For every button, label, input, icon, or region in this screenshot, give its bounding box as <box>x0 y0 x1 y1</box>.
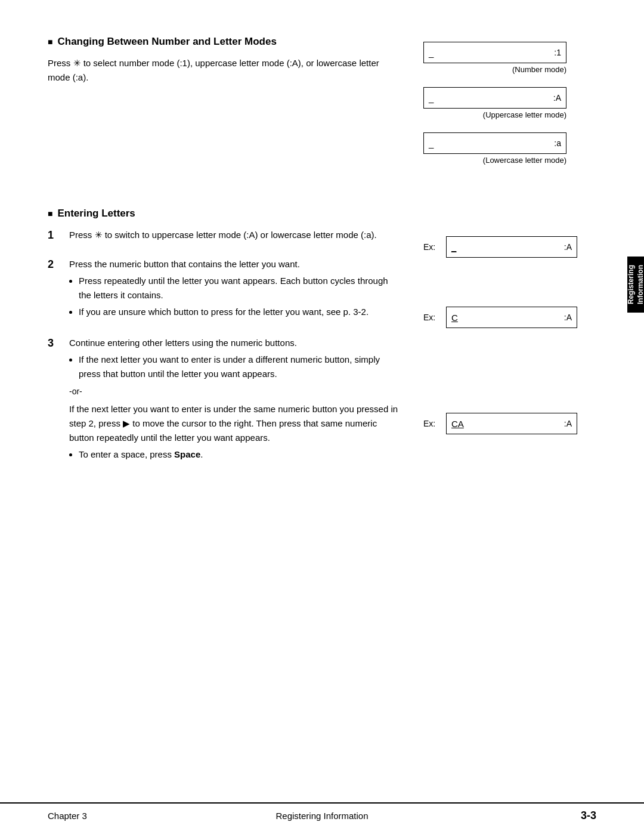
lcd-cursor-1: _ <box>429 48 434 58</box>
footer-page: 3-3 <box>459 810 596 822</box>
spacer-3 <box>423 341 596 413</box>
step-3-text: Continue entering other letters using th… <box>69 336 400 350</box>
ex-1-label: Ex: <box>423 242 440 252</box>
step-3-bullets: If the next letter you want to enter is … <box>79 353 400 381</box>
step-3-bullet-1: If the next letter you want to enter is … <box>79 353 400 381</box>
ex-1-entry: _ <box>451 242 456 252</box>
ex-1-indicator: :A <box>564 242 572 252</box>
step-1: 1 Press ✳ to switch to uppercase letter … <box>48 228 400 243</box>
step-3-or: -or- <box>69 385 400 398</box>
right-column-modes: _ :1 (Number mode) _ :A (Uppercase lette… <box>423 36 596 178</box>
steps-left-column: Entering Letters 1 Press ✳ to switch to … <box>48 208 400 478</box>
step-1-text: Press ✳ to switch to uppercase letter mo… <box>69 228 400 242</box>
ex-3-label: Ex: <box>423 419 440 428</box>
lcd-indicator-1: :1 <box>554 48 561 57</box>
step-2-text: Press the numeric button that contains t… <box>69 257 400 271</box>
intro-text: Press ✳ to select number mode (:1), uppe… <box>48 56 400 85</box>
lcd-indicator-2: :A <box>553 93 561 103</box>
entering-letters-section: Entering Letters 1 Press ✳ to switch to … <box>48 208 596 478</box>
lcd-lowercase-mode: _ :a <box>423 132 566 154</box>
step-3-content: Continue entering other letters using th… <box>69 336 400 464</box>
step-3-bullet-space: To enter a space, press Space. <box>79 447 400 462</box>
side-tab-line2: Information <box>636 265 644 304</box>
top-section: Changing Between Number and Letter Modes… <box>48 36 596 178</box>
footer-title: Registering Information <box>185 811 459 821</box>
step-3-or-text: If the next letter you want to enter is … <box>69 402 400 445</box>
step-3-number: 3 <box>48 336 62 464</box>
caption-lowercase-mode: (Lowercase letter mode) <box>423 156 566 165</box>
space-label: Space <box>174 449 200 459</box>
section-title-letters: Entering Letters <box>48 208 400 220</box>
step-1-content: Press ✳ to switch to uppercase letter mo… <box>69 228 400 243</box>
step-2-bullet-1: Press repeatedly until the letter you wa… <box>79 274 400 302</box>
ex-3-indicator: :A <box>564 419 572 428</box>
ex-2-group: Ex: C :A <box>423 307 596 328</box>
step-1-number: 1 <box>48 228 62 243</box>
display-number-mode: _ :1 (Number mode) <box>423 42 596 74</box>
ex-3-group: Ex: CA :A <box>423 413 596 434</box>
step-2: 2 Press the numeric button that contains… <box>48 257 400 322</box>
lcd-number-mode: _ :1 <box>423 42 566 63</box>
ex-2-entry: C <box>451 313 458 323</box>
side-tab-line1: Registering <box>627 265 635 304</box>
side-tab: Registering Information <box>627 257 644 313</box>
ex-1-lcd: _ :A <box>446 236 577 258</box>
page: Changing Between Number and Letter Modes… <box>0 0 644 828</box>
step-3: 3 Continue entering other letters using … <box>48 336 400 464</box>
lcd-uppercase-mode: _ :A <box>423 87 566 109</box>
caption-number-mode: (Number mode) <box>423 65 566 74</box>
lcd-cursor-3: _ <box>429 138 434 149</box>
caption-uppercase-mode: (Uppercase letter mode) <box>423 110 566 119</box>
ex-3-lcd: CA :A <box>446 413 577 434</box>
lcd-indicator-3: :a <box>554 138 561 148</box>
step-2-bullets: Press repeatedly until the letter you wa… <box>79 274 400 319</box>
footer: Chapter 3 Registering Information 3-3 <box>0 802 644 828</box>
step-2-content: Press the numeric button that contains t… <box>69 257 400 322</box>
step-2-number: 2 <box>48 257 62 322</box>
ex-2-label: Ex: <box>423 313 440 322</box>
ex-3-entry: CA <box>451 419 464 429</box>
steps-right-column: Ex: _ :A Ex: C :A Ex: <box>423 208 596 478</box>
lcd-cursor-2: _ <box>429 93 434 103</box>
spacer-1 <box>423 208 596 236</box>
left-column: Changing Between Number and Letter Modes… <box>48 36 400 178</box>
display-uppercase-mode: _ :A (Uppercase letter mode) <box>423 87 596 119</box>
ex-1-group: Ex: _ :A <box>423 236 596 258</box>
footer-chapter: Chapter 3 <box>48 811 185 821</box>
ex-2-indicator: :A <box>564 313 572 322</box>
step-2-bullet-2: If you are unsure which button to press … <box>79 305 400 319</box>
step-3-bullet-end: To enter a space, press Space. <box>79 447 400 462</box>
spacer-2 <box>423 271 596 307</box>
section-title-modes: Changing Between Number and Letter Modes <box>48 36 400 48</box>
ex-2-lcd: C :A <box>446 307 577 328</box>
display-lowercase-mode: _ :a (Lowercase letter mode) <box>423 132 596 165</box>
